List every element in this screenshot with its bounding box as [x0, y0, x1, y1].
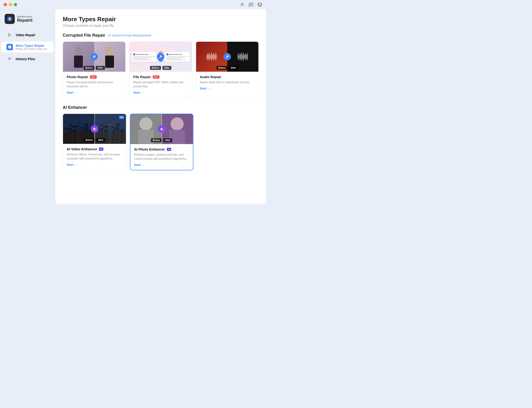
- support-icon[interactable]: [257, 2, 262, 7]
- svg-point-54: [171, 117, 184, 130]
- file-repair-title: File Repair: [133, 75, 151, 79]
- page-subtitle: Choose a function to repair your file: [63, 24, 259, 27]
- titlebar-actions: [240, 2, 262, 7]
- sidebar-item-text-video-repair: Video Repair: [16, 33, 35, 37]
- titlebar: [0, 0, 266, 9]
- sidebar: Wondershare Repairit Video Repair: [0, 9, 55, 204]
- photo-enhancer-after-badge: After: [163, 138, 172, 142]
- page-title: More Types Repair: [63, 16, 259, 23]
- svg-rect-26: [66, 130, 67, 131]
- svg-marker-10: [9, 34, 11, 37]
- video-before-badge: Before: [84, 138, 95, 142]
- photo-repair-tool-icon: [90, 53, 98, 60]
- message-icon[interactable]: [248, 2, 253, 7]
- sidebar-item-text-history: History Files: [16, 57, 35, 61]
- audio-repair-badges: Before After: [196, 64, 258, 72]
- account-icon[interactable]: [240, 2, 245, 7]
- logo-icon: [5, 14, 15, 24]
- svg-point-13: [75, 46, 82, 56]
- svg-point-2: [251, 4, 251, 5]
- waveform-right: [238, 52, 248, 61]
- svg-rect-44: [102, 127, 102, 127]
- file-repair-title-row: File Repair HOT: [133, 75, 188, 79]
- audio-repair-card[interactable]: Before After Audio Repair Repair audio f…: [196, 42, 259, 98]
- ai-video-enhancer-image: 4K Before After: [63, 114, 126, 144]
- audio-before-badge: Before: [216, 66, 227, 70]
- ai-video-enhancer-card[interactable]: 4K Before After: [63, 114, 126, 170]
- svg-point-11: [8, 45, 11, 48]
- photo-repair-body: Photo Repair HOT Repair corrupted photos…: [63, 72, 125, 97]
- file-repair-image: Wondershare Virbo: [130, 42, 192, 72]
- waveform-left: [207, 52, 217, 61]
- svg-point-0: [242, 3, 243, 5]
- svg-point-7: [258, 3, 259, 4]
- virbo-box-left: Wondershare Virbo: [132, 52, 157, 62]
- file-before-badge: Before: [150, 66, 161, 70]
- ai-enhancer-header: AI Enhancer: [63, 105, 259, 110]
- svg-rect-30: [78, 124, 79, 125]
- sidebar-item-video-repair[interactable]: Video Repair: [2, 29, 53, 41]
- corrupted-file-repair-title: Corrupted File Repair: [63, 33, 105, 38]
- ai-photo-enhancer-card[interactable]: Before After AI Photo Enhancer AI Enhanc…: [130, 114, 193, 170]
- file-repair-start[interactable]: Start →: [133, 91, 188, 94]
- svg-rect-45: [105, 128, 106, 129]
- audio-repair-body: Audio Repair Repair audio files in mains…: [196, 72, 258, 93]
- photo-repair-desc: Repair corrupted photos and increase res…: [67, 80, 122, 88]
- sidebar-item-label-more-types: More Types Repair: [16, 44, 48, 48]
- maximize-button[interactable]: [14, 3, 17, 6]
- ai-video-badge: AI: [99, 147, 103, 151]
- ai-photo-enhancer-desc: Enhance images, optimize portraits, and …: [134, 153, 189, 161]
- submit-format-label: Submit Format Requirements: [112, 34, 151, 37]
- app-window: Wondershare Repairit Video Repair: [0, 0, 266, 204]
- audio-repair-start[interactable]: Start →: [200, 87, 255, 90]
- ai-photo-enhancer-image: Before After: [130, 114, 193, 144]
- svg-point-51: [139, 117, 152, 130]
- video-after-badge: After: [96, 138, 105, 142]
- photo-repair-start[interactable]: Start →: [67, 91, 122, 94]
- file-repair-tool-icon: [157, 53, 164, 60]
- svg-point-8: [261, 3, 262, 4]
- file-repair-body: File Repair HOT Repair damaged PDF, Offi…: [130, 72, 192, 97]
- photo-repair-card[interactable]: Before After Photo Repair HOT Repair cor…: [63, 42, 125, 98]
- svg-point-4: [258, 3, 262, 7]
- photo-repair-image: Before After: [63, 42, 125, 72]
- svg-rect-46: [110, 124, 110, 125]
- ai-enhance-icon2: [160, 127, 163, 131]
- file-repair-desc: Repair damaged PDF, Office, Adobe and ar…: [133, 80, 188, 88]
- svg-rect-28: [70, 127, 70, 127]
- after-badge: After: [96, 66, 105, 70]
- traffic-lights: [4, 3, 17, 6]
- photo-repair-title-row: Photo Repair HOT: [67, 75, 122, 79]
- audio-repair-tool-icon: [224, 53, 231, 60]
- file-repair-hot-badge: HOT: [153, 75, 159, 79]
- history-files-icon: [7, 56, 13, 62]
- sidebar-item-text-more-types: More Types Repair Photo, document, audio…: [16, 44, 48, 50]
- audio-repair-desc: Repair audio files in mainstream formats…: [200, 80, 255, 84]
- audio-repair-image: Before After: [196, 42, 258, 72]
- ai-video-enhancer-start[interactable]: Start →: [67, 163, 122, 166]
- svg-rect-31: [81, 129, 82, 129]
- svg-point-15: [106, 46, 113, 56]
- corrupted-file-repair-header: Corrupted File Repair Submit Format Requ…: [63, 33, 259, 38]
- ai-photo-icon: [158, 125, 165, 133]
- ai-enhance-icon: [93, 127, 96, 131]
- svg-point-3: [252, 4, 252, 5]
- sidebar-item-history-files[interactable]: History Files: [2, 53, 53, 65]
- close-button[interactable]: [4, 3, 7, 6]
- ai-enhancer-cards: 4K Before After: [63, 114, 259, 170]
- wrench-icon: [92, 55, 96, 59]
- ai-photo-enhancer-start[interactable]: Start →: [134, 163, 189, 167]
- svg-rect-47: [113, 129, 113, 129]
- 4k-badge: 4K: [119, 116, 124, 119]
- sidebar-item-sublabel-more-types: Photo, document, audio, etc.: [16, 48, 48, 50]
- sidebar-item-more-types-repair[interactable]: More Types Repair Photo, document, audio…: [2, 42, 53, 52]
- ai-video-enhancer-desc: Enhance videos, remove blur, and increas…: [67, 152, 122, 161]
- ai-video-enhancer-title: AI Video Enhancer: [67, 147, 97, 151]
- submit-format-link[interactable]: Submit Format Requirements: [108, 34, 151, 37]
- svg-rect-29: [74, 128, 74, 129]
- audio-repair-title-row: Audio Repair: [200, 75, 255, 79]
- file-repair-card[interactable]: Wondershare Virbo: [129, 42, 192, 98]
- external-link-icon: [108, 34, 111, 37]
- minimize-button[interactable]: [9, 3, 12, 6]
- virbo-box-right: Wondershare Virbo: [165, 52, 190, 62]
